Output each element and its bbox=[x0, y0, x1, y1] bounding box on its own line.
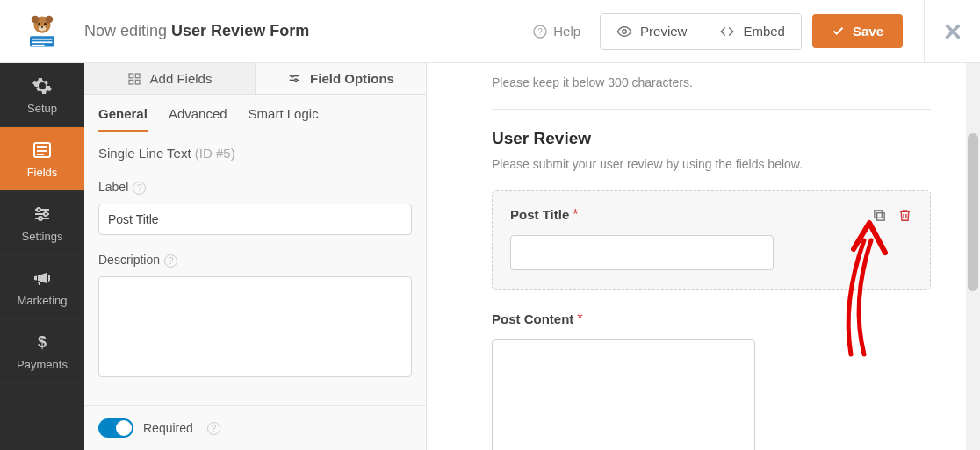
help-icon[interactable]: ? bbox=[207, 422, 220, 435]
svg-point-4 bbox=[44, 22, 47, 25]
top-actions: ? Help Preview Embed Save bbox=[533, 13, 924, 50]
sliders-icon bbox=[32, 204, 53, 225]
section-title: User Review bbox=[492, 129, 931, 148]
save-button[interactable]: Save bbox=[812, 14, 903, 48]
bullhorn-icon bbox=[32, 268, 53, 289]
sidebar-item-payments[interactable]: $ Payments bbox=[0, 319, 84, 383]
help-link[interactable]: ? Help bbox=[533, 24, 580, 39]
close-button[interactable] bbox=[924, 0, 980, 63]
help-icon[interactable]: ? bbox=[133, 182, 146, 195]
svg-point-6 bbox=[41, 26, 43, 28]
description-label: Description? bbox=[98, 253, 412, 268]
svg-point-22 bbox=[44, 212, 47, 216]
editing-title: Now editing User Review Form bbox=[84, 22, 533, 40]
sub-tabs: General Advanced Smart Logic bbox=[84, 95, 426, 132]
svg-rect-33 bbox=[875, 210, 883, 218]
required-asterisk: * bbox=[573, 207, 578, 222]
label-label: Label? bbox=[98, 180, 412, 195]
svg-point-31 bbox=[292, 75, 294, 77]
check-icon bbox=[832, 25, 845, 38]
section-divider bbox=[492, 109, 931, 110]
sidebar-item-setup[interactable]: Setup bbox=[0, 63, 84, 127]
app-logo-icon bbox=[24, 13, 61, 50]
tab-add-fields[interactable]: Add Fields bbox=[84, 63, 256, 95]
form-preview: Please keep it below 300 characters. Use… bbox=[427, 63, 966, 450]
field-header: Post Title* bbox=[510, 207, 912, 223]
preview-button[interactable]: Preview bbox=[601, 14, 703, 49]
help-icon: ? bbox=[533, 25, 547, 39]
svg-point-13 bbox=[623, 29, 627, 33]
close-icon bbox=[943, 22, 962, 41]
svg-point-32 bbox=[295, 79, 298, 82]
duplicate-icon[interactable] bbox=[872, 208, 887, 223]
dollar-icon: $ bbox=[32, 332, 53, 353]
subtab-advanced[interactable]: Advanced bbox=[169, 106, 227, 132]
field-type-label: Single Line Text (ID #5) bbox=[98, 146, 412, 161]
char-limit-hint: Please keep it below 300 characters. bbox=[492, 75, 931, 89]
panel-tabs: Add Fields Field Options bbox=[84, 63, 426, 95]
required-toggle[interactable] bbox=[98, 418, 133, 438]
label-row: Label? bbox=[98, 180, 412, 235]
sidebar-item-settings[interactable]: Settings bbox=[0, 191, 84, 255]
embed-button[interactable]: Embed bbox=[703, 14, 801, 49]
preview-text-input[interactable] bbox=[510, 235, 774, 270]
subtab-general[interactable]: General bbox=[98, 106, 148, 132]
section-description: Please submit your user review by using … bbox=[492, 157, 931, 171]
logo-wrap bbox=[0, 13, 84, 50]
field-actions bbox=[872, 208, 912, 223]
left-sidebar: Setup Fields Settings Marketing $ Paymen… bbox=[0, 63, 84, 450]
svg-rect-34 bbox=[877, 212, 885, 220]
field-post-title[interactable]: Post Title* bbox=[492, 190, 931, 290]
field-options-panel: Add Fields Field Options General Advance… bbox=[84, 63, 427, 450]
eye-icon bbox=[616, 24, 632, 39]
svg-rect-25 bbox=[129, 74, 133, 78]
editing-prefix: Now editing bbox=[84, 22, 167, 39]
sliders-small-icon bbox=[287, 72, 301, 86]
field-label-wrap: Post Content* bbox=[492, 311, 931, 327]
top-bar: Now editing User Review Form ? Help Prev… bbox=[0, 0, 980, 63]
label-input[interactable] bbox=[98, 204, 412, 235]
svg-point-1 bbox=[32, 15, 40, 23]
svg-rect-8 bbox=[32, 38, 53, 39]
svg-text:?: ? bbox=[537, 27, 543, 37]
form-name: User Review Form bbox=[171, 22, 309, 39]
vertical-scrollbar[interactable] bbox=[966, 63, 980, 450]
svg-rect-28 bbox=[135, 80, 140, 84]
preview-embed-group: Preview Embed bbox=[600, 13, 802, 50]
svg-point-3 bbox=[38, 22, 40, 25]
svg-rect-26 bbox=[135, 74, 140, 78]
sidebar-item-marketing[interactable]: Marketing bbox=[0, 255, 84, 319]
svg-point-21 bbox=[37, 208, 40, 211]
svg-rect-10 bbox=[32, 44, 45, 46]
panel-footer: Required ? bbox=[84, 405, 426, 450]
svg-rect-27 bbox=[129, 80, 133, 84]
subtab-smart-logic[interactable]: Smart Logic bbox=[249, 106, 319, 132]
code-icon bbox=[719, 24, 735, 39]
description-input[interactable] bbox=[98, 276, 412, 377]
gear-icon bbox=[32, 75, 53, 96]
field-label-wrap: Post Title* bbox=[510, 207, 578, 223]
tab-field-options[interactable]: Field Options bbox=[256, 63, 426, 95]
scrollbar-thumb[interactable] bbox=[968, 133, 978, 291]
preview-textarea[interactable] bbox=[492, 339, 755, 450]
svg-text:$: $ bbox=[38, 333, 47, 351]
help-icon[interactable]: ? bbox=[164, 254, 177, 268]
sidebar-item-fields[interactable]: Fields bbox=[0, 127, 84, 191]
field-label: Post Content bbox=[492, 311, 573, 326]
required-label: Required bbox=[143, 421, 193, 435]
trash-icon[interactable] bbox=[897, 208, 912, 223]
required-asterisk: * bbox=[577, 311, 582, 326]
list-icon bbox=[32, 139, 53, 161]
panel-body: Single Line Text (ID #5) Label? Descript… bbox=[84, 132, 426, 405]
svg-rect-9 bbox=[32, 41, 53, 43]
grid-icon bbox=[127, 72, 141, 86]
svg-point-2 bbox=[46, 15, 54, 23]
svg-point-23 bbox=[39, 217, 42, 220]
field-post-content[interactable]: Post Content* bbox=[492, 311, 931, 450]
field-label: Post Title bbox=[510, 207, 569, 222]
description-row: Description? bbox=[98, 253, 412, 381]
